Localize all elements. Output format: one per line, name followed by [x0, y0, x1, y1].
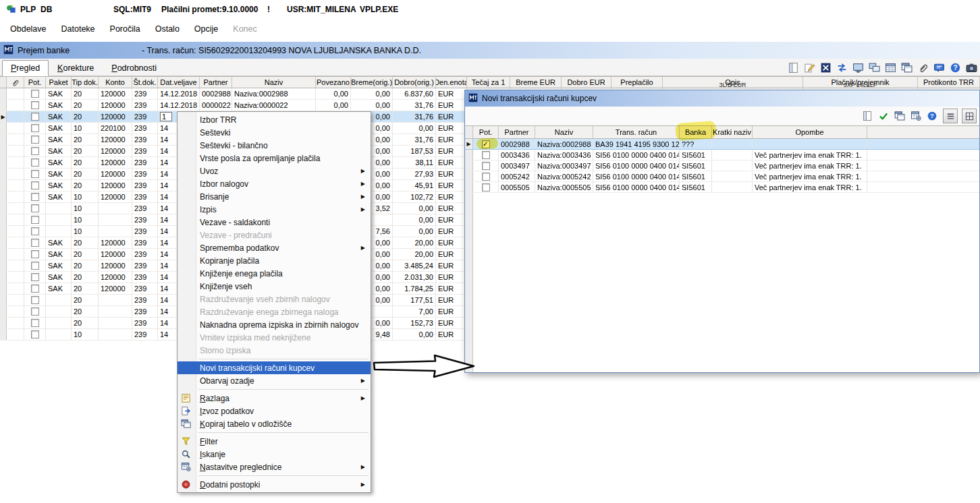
column-header-opis[interactable]: Opis3L/B EUR [663, 77, 803, 88]
message-icon[interactable] [932, 61, 946, 74]
menubar-item-ostalo[interactable]: Ostalo [148, 22, 187, 36]
camera-icon[interactable] [964, 61, 978, 74]
column-header-den-enota[interactable]: Den.enota [436, 77, 467, 88]
edit-icon[interactable] [802, 61, 816, 74]
menubar-item-datoteke[interactable]: Datoteke [54, 22, 103, 36]
menu-item-filter[interactable]: Filter [178, 435, 371, 448]
menubar-item-opcije[interactable]: Opcije [187, 22, 225, 36]
menu-item-izvoz-podatkov[interactable]: Izvoz podatkov [178, 405, 371, 417]
menu-item-uvoz[interactable]: Uvoz [178, 165, 371, 177]
popup-table-row[interactable]: 0003497Naziva:0003497SI56 0100 0000 0400… [465, 160, 979, 171]
attachment-icon[interactable] [916, 61, 929, 74]
transfer-icon[interactable] [835, 61, 848, 74]
pot-checkbox[interactable] [31, 204, 39, 212]
menu-item-izbor-nalogov[interactable]: Izbor nalogov [178, 177, 371, 190]
grid-view-button[interactable] [962, 109, 977, 123]
help-icon[interactable]: ? [925, 109, 939, 123]
column-header-preplacilo[interactable]: Preplačilo [611, 77, 663, 88]
pot-checkbox[interactable] [31, 193, 39, 201]
menu-item-vrste-posla-za-opremljanje-placila[interactable]: Vrste posla za opremljanje plačila [178, 152, 371, 165]
pot-checkbox[interactable] [31, 158, 39, 167]
excel-icon[interactable] [819, 61, 832, 74]
column-header-paket[interactable]: Paket [46, 77, 72, 88]
menu-item-nastavitve-preglednice[interactable]: Nastavitve preglednice [178, 461, 371, 473]
pot-checkbox[interactable] [31, 113, 39, 121]
edit-cell[interactable]: 1 [160, 112, 172, 121]
pot-checkbox[interactable] [31, 216, 39, 224]
menu-item-sprememba-podatkov[interactable]: Sprememba podatkov [178, 241, 371, 254]
menu-item-obarvaj-ozadje[interactable]: Obarvaj ozadje [178, 374, 371, 387]
popup-titlebar[interactable]: Novi transakcijski računi kupcev [465, 90, 979, 107]
column-header-opombe[interactable]: Opombe [753, 126, 867, 138]
copy-table-icon[interactable] [900, 61, 913, 74]
pot-checkbox[interactable]: ✓ [482, 140, 490, 148]
column-header-tecaj-za-1[interactable]: Tečaj za 1 [467, 77, 510, 88]
menu-item-izbor-trr[interactable]: Izbor TRR [178, 113, 371, 126]
menu-item-knjizenje-vseh[interactable]: Knjiženje vseh [178, 280, 371, 293]
pot-checkbox[interactable] [31, 124, 39, 132]
tab-podrobnosti[interactable]: Podrobnosti [103, 60, 165, 76]
column-header-povezano[interactable]: Povezano [316, 77, 351, 88]
layout-icon[interactable] [861, 109, 874, 123]
popup-table-row[interactable]: ▶✓0002988Naziva:0002988BA39 1941 4195 93… [465, 139, 979, 150]
column-header-breme-eur[interactable]: Breme EUR [510, 77, 562, 88]
column-header-protikonto-trr[interactable]: Protikonto TRR [918, 77, 980, 88]
pot-checkbox[interactable] [482, 162, 490, 170]
menu-item-novi-transakcijski-racuni-kupcev[interactable]: Novi transakcijski računi kupcev [178, 361, 371, 374]
column-header-banka[interactable]: Banka [680, 126, 712, 138]
pot-checkbox[interactable] [31, 136, 39, 144]
pot-checkbox[interactable] [482, 173, 490, 181]
menubar-item-porocila[interactable]: Poročila [103, 22, 148, 36]
popup-table-row[interactable]: 0005505Naziva:0005505SI56 0100 0000 0400… [465, 182, 979, 193]
screens-icon[interactable] [867, 61, 881, 74]
column-header-naziv[interactable]: Naziv [232, 77, 316, 88]
column-header-dobro-orig[interactable]: Dobro(orig.) [393, 77, 436, 88]
column-header-dobro-eur[interactable]: Dobro EUR [562, 77, 611, 88]
pot-checkbox[interactable] [31, 90, 39, 98]
menu-item-izpis[interactable]: Izpis [178, 203, 371, 216]
confirm-icon[interactable] [877, 109, 890, 123]
menu-item-iskanje[interactable]: Iskanje [178, 448, 371, 461]
pot-checkbox[interactable] [482, 151, 490, 159]
menu-item-kopiraj-tabelo-v-odlozisce[interactable]: Kopiraj tabelo v odložišče [178, 417, 371, 430]
column-header-trans-racun[interactable]: Trans. račun [593, 126, 680, 138]
column-header-st-dok[interactable]: Št.dok. [132, 77, 158, 88]
popup-table-row[interactable]: 0003436Naziva:0003436SI56 0100 0000 0400… [465, 150, 979, 160]
pot-checkbox[interactable] [31, 273, 39, 281]
table-icon[interactable] [883, 61, 897, 74]
pot-checkbox[interactable] [31, 181, 39, 189]
pot-checkbox[interactable] [31, 319, 39, 327]
popup-table-row[interactable]: 0005242Naziva:0005242SI56 0100 0000 0400… [465, 171, 979, 182]
pot-checkbox[interactable] [31, 250, 39, 258]
tab-korekture[interactable]: Korekture [49, 60, 103, 76]
menu-item-brisanje[interactable]: Brisanje [178, 190, 371, 203]
column-header-placnik-prejemnik[interactable]: Plačnik/prejemnik3XF L4LLLF [803, 77, 918, 88]
pot-checkbox[interactable] [482, 183, 490, 191]
menu-item-kopiranje-placila[interactable]: Kopiranje plačila [178, 254, 371, 267]
column-header-partner[interactable]: Partner [200, 77, 232, 88]
pot-checkbox[interactable] [31, 239, 39, 247]
menu-item-vezave-saldakonti[interactable]: Vezave - saldakonti [178, 216, 371, 229]
menu-item-dodatni-postopki[interactable]: Dodatni postopki [178, 478, 371, 491]
screen-icon[interactable] [851, 61, 865, 74]
pot-checkbox[interactable] [31, 262, 39, 270]
menu-item-sestevki-bilancno[interactable]: Seštevki - bilančno [178, 139, 371, 152]
pot-checkbox[interactable] [31, 101, 39, 109]
main-window-titlebar[interactable]: Prejem banke - Trans. račun: SI560292200… [0, 42, 980, 59]
pot-checkbox[interactable] [31, 227, 39, 235]
list-view-button[interactable] [943, 109, 958, 123]
column-header-breme-orig[interactable]: Breme(orig.) [351, 77, 393, 88]
column-header-dat-veljave[interactable]: Dat.veljave [158, 77, 200, 88]
column-header-pot[interactable]: Pot. [24, 77, 46, 88]
column-header-partner[interactable]: Partner [499, 126, 535, 138]
pot-checkbox[interactable] [31, 296, 39, 304]
menubar-item-obdelave[interactable]: Obdelave [3, 22, 54, 36]
menu-item-razlaga[interactable]: Razlaga [178, 392, 371, 405]
menu-item-naknadna-oprema-izpiska-in-zbirnih-nalogov[interactable]: Naknadna oprema izpiska in zbirnih nalog… [178, 318, 371, 331]
pot-checkbox[interactable] [31, 170, 39, 178]
menu-item-sestevki[interactable]: Seštevki [178, 126, 371, 139]
pot-checkbox[interactable] [31, 330, 39, 338]
copy-table-icon[interactable] [893, 109, 906, 123]
pot-checkbox[interactable] [31, 147, 39, 155]
column-header-naziv[interactable]: Naziv [535, 126, 593, 138]
